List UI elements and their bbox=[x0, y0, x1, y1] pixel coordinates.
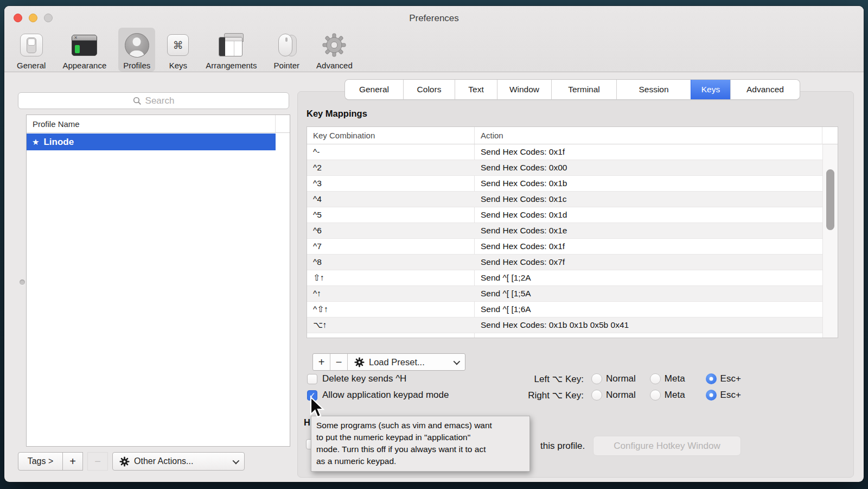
scrollbar-thumb[interactable] bbox=[826, 169, 834, 230]
toolbar-item-advanced[interactable]: Advanced bbox=[311, 28, 358, 72]
table-row[interactable]: ^⇧↑Send ^[ [1;6A bbox=[307, 302, 822, 317]
toolbar-label: Advanced bbox=[316, 61, 353, 70]
search-icon bbox=[133, 97, 142, 105]
right-option-key-row: Right ⌥ Key: Normal Meta Esc+ bbox=[514, 387, 755, 403]
radio-normal[interactable] bbox=[591, 373, 602, 384]
column-header-key[interactable]: Key Combination bbox=[313, 127, 375, 144]
table-row[interactable]: ⇧↑Send ^[ [1;2A bbox=[307, 270, 822, 286]
right-option-key-label: Right ⌥ Key: bbox=[514, 390, 584, 401]
toolbar-item-general[interactable]: General bbox=[12, 28, 50, 72]
toolbar-label: Arrangements bbox=[206, 61, 257, 70]
tab-colors[interactable]: Colors bbox=[403, 80, 455, 99]
key-mappings-table: Key Combination Action ^-Send Hex Codes:… bbox=[307, 126, 838, 338]
titlebar: Preferences General ✕ Appearance Profile… bbox=[4, 6, 864, 72]
toolbar: General ✕ Appearance Profiles ⌘ Keys Arr… bbox=[12, 28, 358, 72]
table-row[interactable]: ^8Send Hex Codes: 0x7f bbox=[307, 255, 822, 270]
window-title: Preferences bbox=[4, 13, 864, 24]
option-key-settings: Left ⌥ Key: Normal Meta Esc+ Right ⌥ Key… bbox=[514, 371, 755, 403]
toolbar-label: Keys bbox=[169, 61, 187, 70]
tab-general[interactable]: General bbox=[345, 80, 403, 99]
key-mappings-heading: Key Mappings bbox=[307, 109, 367, 119]
add-profile-button[interactable]: + bbox=[62, 452, 83, 471]
gear-icon bbox=[119, 456, 130, 467]
person-icon bbox=[125, 33, 149, 58]
table-row[interactable]: ^2Send Hex Codes: 0x00 bbox=[307, 160, 822, 176]
star-icon: ★ bbox=[32, 137, 39, 147]
gear-icon bbox=[322, 30, 347, 60]
checkbox-unchecked[interactable] bbox=[307, 374, 317, 384]
toggle-switch-icon bbox=[20, 34, 43, 56]
pane-resize-dimple[interactable] bbox=[20, 280, 25, 285]
key-mapping-editor: + − Load Preset... bbox=[312, 353, 465, 371]
terminal-window-icon: ✕ bbox=[72, 35, 97, 56]
table-row[interactable]: ^3Send Hex Codes: 0x1b bbox=[307, 176, 822, 192]
toolbar-label: Profiles bbox=[123, 61, 150, 70]
toolbar-item-pointer[interactable]: Pointer bbox=[269, 28, 305, 72]
toolbar-item-keys[interactable]: ⌘ Keys bbox=[162, 28, 194, 72]
configure-hotkey-window-button: Configure Hotkey Window bbox=[593, 436, 741, 456]
radio-esc-selected[interactable] bbox=[706, 373, 717, 384]
profile-name: Linode bbox=[43, 137, 74, 148]
table-row[interactable]: ^6Send Hex Codes: 0x1e bbox=[307, 223, 822, 239]
load-preset-dropdown[interactable]: Load Preset... bbox=[348, 354, 465, 370]
toolbar-label: Pointer bbox=[274, 61, 300, 70]
search-placeholder: Search bbox=[145, 96, 175, 106]
profile-actions-bar: Tags > + − Other Actions... bbox=[18, 452, 245, 471]
table-row[interactable]: ^-Send Hex Codes: 0x1f bbox=[307, 144, 822, 160]
left-option-key-row: Left ⌥ Key: Normal Meta Esc+ bbox=[514, 371, 755, 387]
hotkey-profile-text: this profile. bbox=[540, 441, 585, 452]
mouse-cursor-icon bbox=[309, 396, 325, 421]
toolbar-item-profiles[interactable]: Profiles bbox=[118, 28, 155, 72]
chevron-down-icon bbox=[233, 457, 240, 464]
scrollbar-track[interactable] bbox=[822, 144, 838, 338]
column-header-action[interactable]: Action bbox=[481, 127, 503, 144]
tab-session[interactable]: Session bbox=[616, 80, 691, 99]
toolbar-label: Appearance bbox=[62, 61, 106, 70]
tags-button[interactable]: Tags > bbox=[18, 452, 63, 471]
table-row[interactable]: ^7Send Hex Codes: 0x1f bbox=[307, 239, 822, 255]
chevron-down-icon bbox=[454, 358, 461, 365]
tab-text[interactable]: Text bbox=[455, 80, 497, 99]
profile-list: Profile Name ★ Linode bbox=[26, 115, 290, 447]
toolbar-label: General bbox=[17, 61, 46, 70]
tab-window[interactable]: Window bbox=[497, 80, 551, 99]
table-row[interactable]: ^4Send Hex Codes: 0x1c bbox=[307, 192, 822, 207]
radio-esc-selected[interactable] bbox=[706, 390, 717, 401]
tab-advanced[interactable]: Advanced bbox=[730, 80, 800, 99]
mouse-icon bbox=[274, 33, 299, 57]
other-actions-dropdown[interactable]: Other Actions... bbox=[112, 452, 245, 471]
preferences-window: Preferences General ✕ Appearance Profile… bbox=[4, 6, 864, 482]
tab-keys[interactable]: Keys bbox=[691, 80, 730, 99]
radio-meta[interactable] bbox=[650, 390, 661, 401]
remove-mapping-button[interactable]: − bbox=[330, 354, 348, 370]
command-key-icon: ⌘ bbox=[167, 34, 189, 56]
keypad-mode-checkbox-row[interactable]: ✓ Allow application keypad mode bbox=[307, 390, 449, 401]
add-mapping-button[interactable]: + bbox=[313, 354, 330, 370]
toolbar-item-arrangements[interactable]: Arrangements bbox=[201, 28, 261, 72]
tab-terminal[interactable]: Terminal bbox=[551, 80, 616, 99]
windows-icon bbox=[218, 33, 245, 57]
radio-meta[interactable] bbox=[650, 373, 661, 384]
keypad-mode-tooltip: Some programs (such as vim and emacs) wa… bbox=[311, 416, 530, 472]
table-row[interactable]: ^↑Send ^[ [1;5A bbox=[307, 286, 822, 302]
search-input[interactable]: Search bbox=[18, 92, 289, 109]
table-row[interactable]: ^5Send Hex Codes: 0x1d bbox=[307, 207, 822, 223]
profile-list-header[interactable]: Profile Name bbox=[27, 115, 290, 133]
radio-normal[interactable] bbox=[591, 390, 602, 401]
profile-tabs: General Colors Text Window Terminal Sess… bbox=[345, 80, 800, 99]
table-header: Key Combination Action bbox=[307, 127, 838, 144]
delete-key-checkbox-row[interactable]: Delete key sends ^H bbox=[307, 373, 406, 384]
gear-icon bbox=[354, 357, 365, 367]
profile-row-linode[interactable]: ★ Linode bbox=[27, 134, 276, 150]
table-row[interactable]: ⌥↑Send Hex Codes: 0x1b 0x1b 0x5b 0x41 bbox=[307, 317, 822, 333]
toolbar-item-appearance[interactable]: ✕ Appearance bbox=[58, 28, 111, 72]
remove-profile-button: − bbox=[87, 452, 108, 471]
left-option-key-label: Left ⌥ Key: bbox=[514, 373, 584, 385]
desktop-background: { "window": { "title": "Preferences" }, … bbox=[0, 0, 868, 489]
